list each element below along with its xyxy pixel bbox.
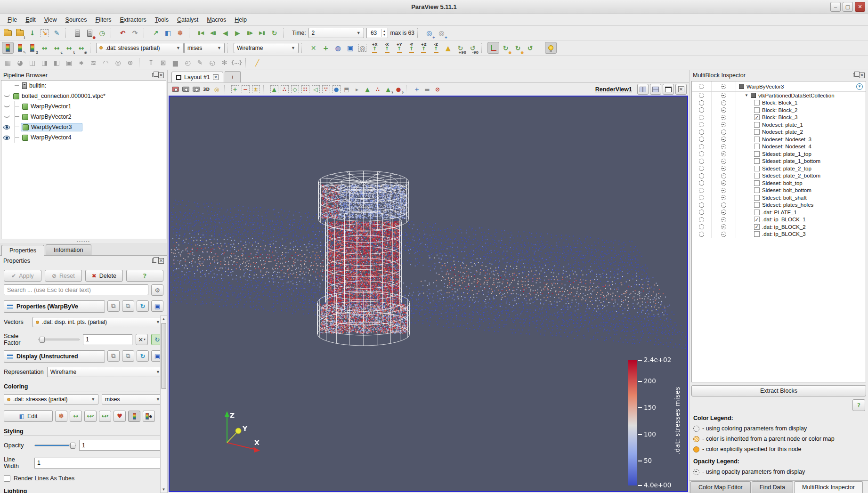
remove-camera-link-icon[interactable]: ▬ xyxy=(422,84,432,95)
show-color-legend-icon[interactable] xyxy=(128,411,140,422)
block-checkbox[interactable] xyxy=(754,107,760,113)
rescale-data-range-icon[interactable]: ↔ xyxy=(70,411,82,422)
multiblock-root-row[interactable]: WarpByVector3▼ xyxy=(692,81,866,92)
scroll-up-icon[interactable]: ▲ xyxy=(162,316,166,322)
menu-item-extractors[interactable]: Extractors xyxy=(116,15,150,24)
auto-apply-icon[interactable]: ◧ xyxy=(162,27,174,39)
block-checkbox[interactable] xyxy=(754,100,760,105)
color-state-cell[interactable] xyxy=(692,114,712,121)
zoom-to-box-icon[interactable]: ◎ xyxy=(357,42,368,54)
copy-properties-icon[interactable]: ⧉ xyxy=(107,300,120,312)
block-checkbox[interactable] xyxy=(754,144,760,149)
rotate-camera-ccw-icon[interactable]: ↻● xyxy=(512,42,524,54)
multiblock-row--dat-plate-1[interactable]: .dat: PLATE_1 xyxy=(692,209,866,216)
opacity-state-cell[interactable] xyxy=(712,92,736,99)
adjust-camera-icon[interactable]: ◎ xyxy=(211,84,222,95)
previous-frame-icon[interactable]: ◀▮ xyxy=(207,27,219,39)
tab-information[interactable]: Information xyxy=(46,244,91,255)
set-view-plus-z-icon[interactable]: +Z↑ xyxy=(418,42,430,54)
block-checkbox[interactable] xyxy=(754,137,760,142)
reset-camera-closest-icon[interactable]: ◍ xyxy=(332,42,344,54)
split-horizontal-button[interactable] xyxy=(637,84,649,95)
rotate-90-clockwise-icon[interactable]: ↻+90 xyxy=(454,42,466,54)
color-state-cell[interactable] xyxy=(692,99,712,107)
frame-spinner[interactable]: 63▲▼ xyxy=(366,28,388,38)
menu-item-catalyst[interactable]: Catalyst xyxy=(173,15,202,24)
rotate-90-counterclockwise-icon[interactable]: ↺-90 xyxy=(467,42,479,54)
loop-icon[interactable]: ↻ xyxy=(268,27,280,39)
opacity-input[interactable]: 1 xyxy=(79,440,163,451)
clear-scale-icon[interactable]: ✕▾ xyxy=(136,334,148,345)
undock-icon[interactable] xyxy=(152,73,156,77)
color-state-cell[interactable] xyxy=(692,179,712,187)
pick-center-of-rotation-icon[interactable]: ↺ xyxy=(524,42,536,54)
menu-item-view[interactable]: View xyxy=(41,15,61,24)
capture-view-icon[interactable] xyxy=(191,84,201,95)
camera-capture-icon[interactable]: ◎+ xyxy=(436,27,447,39)
first-frame-icon[interactable]: ▮◀ xyxy=(195,27,207,39)
hover-cells-icon[interactable]: ▲? xyxy=(383,84,393,95)
color-state-cell[interactable] xyxy=(692,202,712,209)
representation-toolbar-dropdown[interactable]: Wireframe▼ xyxy=(234,43,299,53)
visibility-on-icon[interactable] xyxy=(1,136,12,140)
opacity-state-cell[interactable] xyxy=(712,106,736,114)
rescale-temporal-icon[interactable]: ↔t xyxy=(99,411,111,422)
render-view-name[interactable]: RenderView1 xyxy=(595,86,636,93)
save-screenshot-view-icon[interactable] xyxy=(170,84,180,95)
zoom-to-selection-camera-icon[interactable]: ◎+ xyxy=(423,27,435,39)
multiblock-row-nodeset-nodeset-4[interactable]: Nodeset: Nodeset_4 xyxy=(692,143,866,151)
maximize-button[interactable]: ▢ xyxy=(843,2,853,12)
search-options-gear-icon[interactable]: ⚙ xyxy=(151,284,163,296)
rescale-data-range-icon[interactable]: ↔ xyxy=(39,42,50,54)
opacity-state-cell[interactable] xyxy=(712,121,736,129)
connect-server-icon[interactable] xyxy=(72,27,83,39)
multiblock-collection-row[interactable]: ▼vtkPartitionedDataSetCollection xyxy=(692,92,866,99)
extract-blocks-button[interactable]: Extract Blocks xyxy=(691,385,866,396)
edit-color-map-icon[interactable]: ✎ xyxy=(14,42,26,54)
play-backward-icon[interactable]: ◀ xyxy=(219,27,231,39)
multiblock-row-sideset-bolt-top[interactable]: Sideset: bolt_top xyxy=(692,179,866,187)
block-checkbox[interactable]: ✓ xyxy=(754,217,760,222)
zoom-to-data-icon[interactable]: + xyxy=(320,42,332,54)
rescale-custom-range-icon[interactable]: ↔c xyxy=(51,42,63,54)
panel-splitter[interactable]: •••••• xyxy=(0,239,167,243)
color-state-cell[interactable] xyxy=(692,158,712,165)
color-state-cell[interactable] xyxy=(692,129,712,136)
save-screenshot-icon[interactable]: ↘ xyxy=(39,27,50,39)
interactive-select-cells-icon[interactable]: ▲ xyxy=(362,84,373,95)
multiblock-row-sideset-plate-1-bottom[interactable]: Sideset: plate_1_bottom xyxy=(692,158,866,165)
block-checkbox[interactable] xyxy=(754,129,760,135)
opacity-state-cell[interactable] xyxy=(712,216,736,224)
last-frame-icon[interactable]: ▶▮ xyxy=(256,27,268,39)
dock-tab-multiblock-inspector[interactable]: MultiBlock Inspector xyxy=(794,481,863,493)
locate-source-icon[interactable]: ↗ xyxy=(150,27,162,39)
separate-colormap-icon[interactable]: ✽ xyxy=(55,411,67,422)
close-icon[interactable]: ✕ xyxy=(158,73,164,78)
color-state-cell[interactable] xyxy=(692,165,712,172)
menu-item-macros[interactable]: Macros xyxy=(203,15,230,24)
set-view-minus-y-icon[interactable]: -Y↑ xyxy=(406,42,417,54)
line-width-input[interactable]: 1 xyxy=(34,458,163,469)
time-value-dropdown[interactable]: 2▼ xyxy=(308,28,364,38)
rescale-visible-range-icon[interactable]: ↔◉ xyxy=(75,42,87,54)
menu-item-help[interactable]: Help xyxy=(231,15,251,24)
scroll-down-icon[interactable]: ▼ xyxy=(162,486,166,493)
multiblock-row-sideset-bolt-shaft[interactable]: Sideset: bolt_shaft xyxy=(692,194,866,202)
block-checkbox[interactable] xyxy=(754,151,760,157)
select-blocks-frustum-icon[interactable]: ⬒ xyxy=(341,84,352,95)
split-vertical-button[interactable] xyxy=(650,84,661,95)
set-view-plus-x-icon[interactable]: +X↑ xyxy=(369,42,381,54)
visibility-on-icon[interactable] xyxy=(1,125,12,129)
properties-scrollbar[interactable]: ▲ ▼ xyxy=(160,315,167,493)
color-bar[interactable] xyxy=(628,360,637,485)
pipeline-item-warpbyvector3[interactable]: WarpByVector3 xyxy=(1,122,166,132)
pipeline-item-warpbyvector2[interactable]: WarpByVector2 xyxy=(1,112,166,122)
opacity-state-cell[interactable] xyxy=(712,179,736,187)
color-state-cell[interactable] xyxy=(692,150,712,158)
menu-item-sources[interactable]: Sources xyxy=(62,15,91,24)
reset-axes-icon[interactable]: ± xyxy=(251,84,261,95)
color-state-cell[interactable] xyxy=(692,92,712,99)
help-button[interactable]: ? xyxy=(126,270,164,282)
paste-display-icon[interactable]: ⧉ xyxy=(122,350,134,362)
opacity-state-cell[interactable] xyxy=(712,202,736,209)
